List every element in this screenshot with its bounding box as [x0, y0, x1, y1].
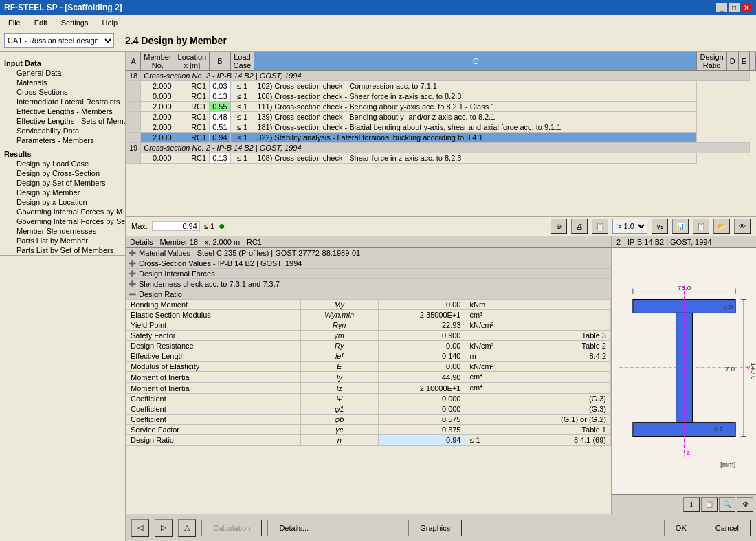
detail-section-material-header[interactable]: ➕ Material Values - Steel C 235 (Profile…	[126, 248, 611, 258]
table-row: 2.000 RC1 0.94 ≤ 1 322) Stability analys…	[126, 133, 756, 143]
app-title: RF-STEEL SP - [Scaffolding 2]	[4, 3, 122, 12]
detail-section-internal-header[interactable]: ➕ Design Internal Forces	[126, 269, 611, 278]
sidebar-item-serviceability[interactable]: Serviceability Data	[0, 126, 125, 135]
sidebar-item-materials[interactable]: Materials	[0, 78, 125, 87]
table-row: 2.000 RC1 0.51 ≤ 1 181) Cross-section ch…	[126, 122, 756, 133]
cs-svg: 73.0 140.0 6.9 7.0	[612, 248, 756, 494]
bottom-bar: ◁ ▷ △ Calculation Details... Graphics OK…	[126, 514, 756, 541]
filter-dropdown[interactable]: > 1.0 All	[612, 219, 647, 234]
ca-dropdown[interactable]: CA1 - Russian steel design	[4, 33, 114, 48]
col-scroll	[750, 52, 756, 71]
max-lesign: ≤ 1	[204, 222, 214, 230]
graphics-button[interactable]: Graphics	[408, 520, 462, 536]
sidebar-item-design-member[interactable]: Design by Member	[0, 188, 125, 197]
detail-table-row: Bending Moment My 0.00 kNm	[126, 300, 611, 310]
table-row: 2.000 RC1 0.55 ≤ 1 111) Cross-section ch…	[126, 102, 756, 112]
table-row: 19 Cross-section No. 2 - IP-B 14 B2 | GO…	[126, 143, 756, 153]
sidebar-item-member-slenderness[interactable]: Member Slendernesses	[0, 226, 125, 236]
bottom-area: Details - Member 18 - x: 2.000 m - RC1 ➕…	[126, 236, 756, 514]
sidebar-item-eff-len-members[interactable]: Effective Lengths - Members	[0, 107, 125, 116]
cs-zoom-button[interactable]: 🔍	[719, 497, 735, 512]
sidebar-item-gov-internal-m[interactable]: Governing Internal Forces by M...	[0, 207, 125, 217]
nav-forward-button[interactable]: ▷	[155, 519, 173, 537]
menu-edit[interactable]: Edit	[29, 17, 53, 28]
expand-icon-cross: ➕	[129, 260, 136, 267]
sidebar-item-parameters[interactable]: Parameters - Members	[0, 135, 125, 145]
sidebar-item-gov-internal-s[interactable]: Governing Internal Forces by Se...	[0, 217, 125, 226]
table-icon-btn-4[interactable]: γ₁	[652, 219, 668, 234]
col-d-header: D	[726, 52, 738, 71]
sidebar-item-intermediate-lateral[interactable]: Intermediate Lateral Restraints	[0, 97, 125, 107]
table-row: 2.000 RC1 0.48 ≤ 1 139) Cross-section ch…	[126, 112, 756, 122]
nav-up-button[interactable]: △	[178, 519, 196, 537]
menu-settings[interactable]: Settings	[56, 17, 94, 28]
sidebar-scrollbar[interactable]	[0, 255, 125, 269]
main-table: A Member No. Location x [m] B Load Case …	[126, 52, 756, 164]
max-row: Max: 0.94 ≤ 1 ● ⊕ 🖨 📋 > 1.0 All γ₁ 📊 📋 📂…	[126, 217, 756, 236]
detail-table-row: Modulus of Elasticity E 0.00 kN/cm²	[126, 362, 611, 372]
detail-section-design-ratio-header[interactable]: ➖ Design Ratio	[126, 289, 611, 299]
table-icon-btn-8[interactable]: 👁	[734, 219, 751, 234]
col-member-header: Member No.	[141, 52, 175, 71]
details-button[interactable]: Details...	[267, 520, 320, 536]
cancel-button[interactable]: Cancel	[704, 520, 751, 536]
svg-text:y: y	[746, 363, 751, 371]
detail-table-row: Yield Point Ryn 22.93 kN/cm²	[126, 320, 611, 331]
col-b-header: B	[210, 52, 230, 71]
cross-section-panel: 2 - IP-B 14 B2 | GOST, 1994	[612, 236, 756, 514]
nav-back-button[interactable]: ◁	[131, 519, 149, 537]
content: Input Data General Data Materials Cross-…	[0, 52, 756, 541]
calculation-button[interactable]: Calculation	[201, 520, 262, 536]
detail-section-internal: ➕ Design Internal Forces	[126, 269, 611, 279]
expand-icon-internal: ➕	[129, 270, 136, 277]
details-panel: Details - Member 18 - x: 2.000 m - RC1 ➕…	[126, 236, 612, 514]
menubar: File Edit Settings Help	[0, 15, 756, 30]
detail-section-design-ratio: ➖ Design Ratio Bending Moment My 0.00 kN…	[126, 289, 611, 446]
menu-help[interactable]: Help	[96, 17, 123, 28]
detail-section-cross-header[interactable]: ➕ Cross-Section Values - IP-B 14 B2 | GO…	[126, 258, 611, 268]
table-icon-btn-3[interactable]: 📋	[592, 219, 608, 234]
table-row: 18 Cross-section No. 2 - IP-B 14 B2 | GO…	[126, 71, 756, 81]
expand-icon-slenderness: ➕	[129, 280, 136, 287]
sidebar-item-design-cross-section[interactable]: Design by Cross-Section	[0, 168, 125, 178]
cs-footer: ℹ 📋 🔍 ⚙	[612, 494, 756, 514]
sidebar-item-design-load-case[interactable]: Design by Load Case	[0, 159, 125, 168]
detail-table-row: Elastic Section Modulus Wyn,min 2.35000E…	[126, 310, 611, 320]
cs-info-button[interactable]: ℹ	[683, 497, 700, 512]
sidebar-item-parts-list-set[interactable]: Parts List by Set of Members	[0, 245, 125, 255]
ok-button[interactable]: OK	[664, 520, 698, 536]
sidebar-item-design-x-location[interactable]: Design by x-Location	[0, 197, 125, 207]
titlebar: RF-STEEL SP - [Scaffolding 2] _ □ ✕	[0, 0, 756, 15]
menu-file[interactable]: File	[3, 17, 26, 28]
col-c-header: C	[254, 52, 697, 71]
detail-table-row: Design Resistance Ry 0.00 kN/cm² Table 2	[126, 341, 611, 351]
table-icon-btn-7[interactable]: 📂	[713, 219, 730, 234]
input-section-header: Input Data	[0, 57, 125, 68]
maximize-button[interactable]: □	[729, 3, 740, 12]
minimize-button[interactable]: _	[716, 3, 727, 12]
close-button[interactable]: ✕	[741, 3, 752, 12]
sidebar-item-parts-list-member[interactable]: Parts List by Member	[0, 236, 125, 245]
detail-section-slenderness-label: Slenderness check acc. to 7.3.1 and 7.3.…	[139, 280, 280, 288]
sidebar-item-design-set-members[interactable]: Design by Set of Members	[0, 178, 125, 188]
detail-table-row: Design Ratio η 0.94 ≤ 1 8.4.1 (69)	[126, 435, 611, 445]
sidebar-item-general-data[interactable]: General Data	[0, 68, 125, 78]
design-ratio-table: Bending Moment My 0.00 kNm Elastic Secti…	[126, 299, 611, 445]
table-icon-btn-5[interactable]: 📊	[672, 219, 689, 234]
detail-table-row: Coefficient φb 0.575 (G.1) or (G.2)	[126, 415, 611, 425]
sidebar-item-cross-sections[interactable]: Cross-Sections	[0, 87, 125, 97]
table-icon-btn-2[interactable]: 🖨	[571, 219, 588, 234]
table-icon-btn-1[interactable]: ⊕	[551, 219, 567, 234]
table-icon-btn-6[interactable]: 📋	[693, 219, 709, 234]
sidebar-item-eff-len-sets[interactable]: Effective Lengths - Sets of Mem...	[0, 116, 125, 126]
svg-text:140.0: 140.0	[750, 363, 756, 380]
table-area: A Member No. Location x [m] B Load Case …	[126, 52, 756, 217]
col-e-header: E	[738, 52, 749, 71]
cs-settings-button[interactable]: ⚙	[737, 497, 753, 512]
expand-icon-design-ratio: ➖	[129, 291, 136, 298]
detail-table-row: Safety Factor γm 0.900 Table 3	[126, 331, 611, 341]
col-design-ratio-header: Design Ratio	[697, 52, 726, 71]
detail-section-slenderness-header[interactable]: ➕ Slenderness check acc. to 7.3.1 and 7.…	[126, 279, 611, 289]
results-section-header: Results	[0, 148, 125, 159]
cs-copy-button[interactable]: 📋	[701, 497, 718, 512]
